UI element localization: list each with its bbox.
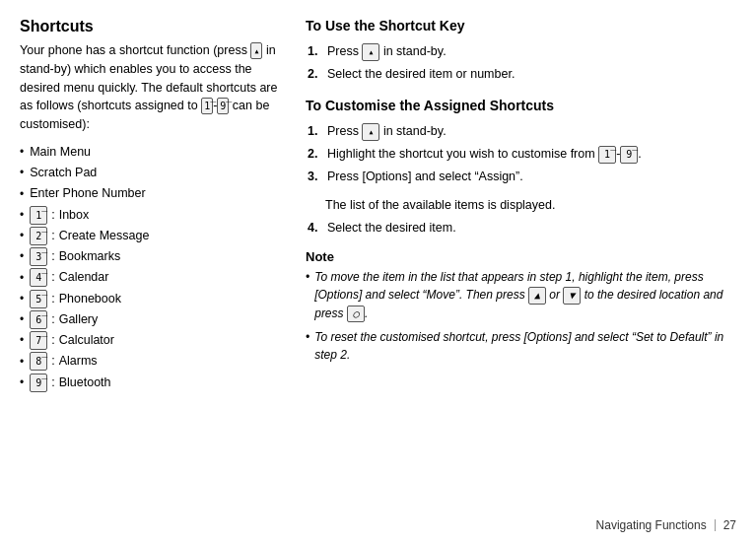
key-icon-1: 1̅	[30, 206, 47, 225]
to-customise-steps: 1. Press ▴ in stand-by. 2. Highlight the…	[306, 121, 736, 186]
step-text: Select the desired item.	[327, 218, 456, 238]
step-number: 4.	[308, 218, 321, 238]
shortcut-key-inline: ▴	[250, 42, 262, 59]
list-item: • Scratch Pad	[20, 163, 286, 183]
step-key-icon: ▼	[563, 287, 581, 305]
step-number: 2.	[308, 64, 321, 84]
step-number: 3.	[308, 167, 321, 186]
step-number: 2.	[308, 144, 321, 164]
step-key-icon: ▲	[528, 287, 546, 305]
item-label: Scratch Pad	[30, 163, 97, 183]
bullet-icon: •	[20, 309, 24, 329]
bullet-icon: •	[20, 142, 24, 162]
shortcuts-title: Shortcuts	[20, 18, 286, 35]
step-text: Highlight the shortcut you wish to custo…	[327, 144, 642, 164]
step-item: 2. Highlight the shortcut you wish to cu…	[306, 144, 736, 164]
bullet-icon: •	[20, 163, 24, 182]
shortcuts-intro: Your phone has a shortcut function (pres…	[20, 41, 286, 134]
step-number: 1.	[308, 121, 321, 141]
item-label: Bluetooth	[59, 373, 111, 393]
bullet-icon: •	[20, 184, 24, 204]
step-item: 4. Select the desired item.	[306, 218, 736, 238]
key-icon-5: 5̅	[30, 290, 47, 308]
item-label: Create Message	[59, 226, 150, 246]
item-label: Phonebook	[59, 289, 121, 309]
note-item: • To reset the customised shortcut, pres…	[306, 328, 736, 365]
bullet-icon: •	[20, 289, 24, 308]
list-item: • 2̅: Create Message	[20, 226, 286, 246]
step-number: 1.	[308, 41, 321, 61]
list-item: • 6̅: Gallery	[20, 309, 286, 330]
footer-divider	[715, 519, 716, 531]
key-start: 1̅	[201, 98, 213, 114]
step-item: 1. Press ▴ in stand-by.	[306, 121, 736, 141]
note-text: To move the item in the list that appear…	[314, 268, 736, 323]
note-section: Note • To move the item in the list that…	[306, 249, 736, 365]
item-label: Bookmarks	[59, 246, 121, 267]
step-item: 2. Select the desired item or number.	[306, 64, 736, 84]
step-item: 1. Press ▴ in stand-by.	[306, 41, 736, 61]
left-column: Shortcuts Your phone has a shortcut func…	[20, 18, 286, 514]
key-icon-6: 6̅	[30, 310, 47, 329]
list-item: • 3̅: Bookmarks	[20, 246, 286, 267]
list-item: • 7̅: Calculator	[20, 330, 286, 351]
item-label: Inbox	[59, 205, 90, 226]
to-use-steps: 1. Press ▴ in stand-by. 2. Select the de…	[306, 41, 736, 84]
footer-section: Navigating Functions	[596, 518, 707, 532]
list-item: • Enter Phone Number	[20, 183, 286, 204]
step-text: Press [Options] and select “Assign”.	[327, 167, 523, 186]
list-item: • 9̅: Bluetooth	[20, 373, 286, 393]
step-text: Press ▴ in stand-by.	[327, 121, 447, 141]
item-label: Calculator	[59, 330, 114, 351]
key-icon-7: 7̅	[30, 331, 47, 350]
note-title: Note	[306, 249, 736, 264]
footer-page: 27	[723, 518, 736, 532]
item-label: Main Menu	[30, 142, 91, 163]
bullet-icon: •	[20, 352, 24, 372]
to-customise-steps-cont: 4. Select the desired item.	[306, 218, 736, 238]
note-item: • To move the item in the list that appe…	[306, 268, 736, 323]
to-use-title: To Use the Shortcut Key	[306, 18, 736, 34]
right-column: To Use the Shortcut Key 1. Press ▴ in st…	[306, 18, 736, 514]
bullet-icon: •	[20, 226, 24, 245]
note-text: To reset the customised shortcut, press …	[314, 328, 736, 365]
list-item: • 5̅: Phonebook	[20, 289, 286, 309]
list-item: • 8̅: Alarms	[20, 351, 286, 372]
item-label: Alarms	[59, 351, 98, 372]
note-bullet-icon: •	[306, 268, 309, 323]
notes-list: • To move the item in the list that appe…	[306, 268, 736, 365]
list-item: • 1̅: Inbox	[20, 205, 286, 226]
step-key-icon: ◯	[347, 306, 365, 323]
key-icon-8: 8̅	[30, 352, 47, 371]
bullet-icon: •	[20, 246, 24, 266]
page-container: Shortcuts Your phone has a shortcut func…	[0, 0, 756, 544]
step-key-icon: 1̅	[598, 146, 616, 164]
item-label: Gallery	[59, 309, 99, 330]
item-label: Calendar	[59, 267, 109, 288]
list-item: • Main Menu	[20, 142, 286, 163]
list-item: • 4̅: Calendar	[20, 267, 286, 288]
key-icon-2: 2̅	[30, 227, 47, 245]
key-icon-9: 9̅	[30, 374, 47, 392]
key-icon-3: 3̅	[30, 247, 47, 266]
step-text: Press ▴ in stand-by.	[327, 41, 447, 61]
step-item: 3. Press [Options] and select “Assign”.	[306, 167, 736, 186]
step-key-icon: 9̅	[620, 146, 638, 164]
to-customise-title: To Customise the Assigned Shortcuts	[306, 98, 736, 113]
bullet-icon: •	[20, 373, 24, 392]
bullet-icon: •	[20, 205, 24, 225]
bullet-icon: •	[20, 268, 24, 288]
key-end: 9̅	[217, 98, 229, 114]
bullet-icon: •	[20, 330, 24, 350]
item-label: Enter Phone Number	[30, 183, 145, 204]
key-icon-4: 4̅	[30, 268, 47, 287]
step-key-icon: ▴	[362, 43, 379, 61]
page-footer: Navigating Functions 27	[596, 518, 736, 532]
step-text: Select the desired item or number.	[327, 64, 515, 84]
note-bullet-icon: •	[306, 328, 309, 365]
step-key-icon: ▴	[362, 123, 379, 141]
shortcut-list: • Main Menu • Scratch Pad • Enter Phone …	[20, 142, 286, 393]
sub-step-text: The list of the available items is displ…	[306, 196, 736, 215]
